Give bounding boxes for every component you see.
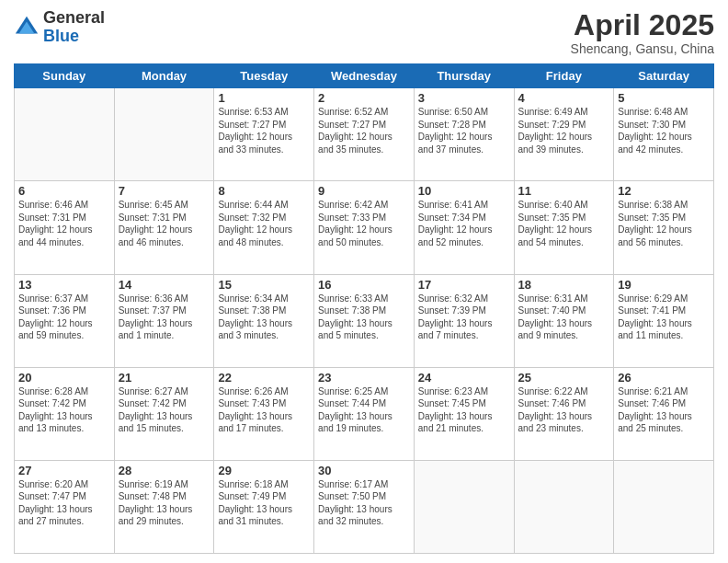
calendar-cell: 11Sunrise: 6:40 AM Sunset: 7:35 PM Dayli… [514,181,614,274]
weekday-header-sunday: Sunday [15,64,115,88]
weekday-header-monday: Monday [114,64,214,88]
day-number: 21 [119,371,210,385]
day-number: 30 [318,464,410,477]
day-number: 5 [618,91,710,105]
day-number: 3 [418,91,510,105]
calendar-cell [15,88,115,181]
day-number: 14 [119,278,210,292]
calendar-cell: 8Sunrise: 6:44 AM Sunset: 7:32 PM Daylig… [214,181,314,274]
week-row-3: 13Sunrise: 6:37 AM Sunset: 7:36 PM Dayli… [15,274,714,367]
day-number: 26 [618,371,710,385]
day-number: 28 [119,464,210,477]
cell-info: Sunrise: 6:40 AM Sunset: 7:35 PM Dayligh… [518,199,610,248]
cell-info: Sunrise: 6:52 AM Sunset: 7:27 PM Dayligh… [318,106,410,155]
calendar-cell: 30Sunrise: 6:17 AM Sunset: 7:50 PM Dayli… [314,460,415,553]
cell-info: Sunrise: 6:25 AM Sunset: 7:44 PM Dayligh… [318,385,410,435]
weekday-header-wednesday: Wednesday [314,64,415,88]
cell-info: Sunrise: 6:18 AM Sunset: 7:49 PM Dayligh… [218,478,310,528]
day-number: 4 [518,91,610,105]
header: General Blue April 2025 Shencang, Gansu,… [14,9,714,56]
cell-info: Sunrise: 6:49 AM Sunset: 7:29 PM Dayligh… [518,106,610,155]
calendar-cell: 7Sunrise: 6:45 AM Sunset: 7:31 PM Daylig… [114,181,214,274]
calendar-cell [514,460,614,553]
calendar-cell [114,88,214,181]
cell-info: Sunrise: 6:36 AM Sunset: 7:37 PM Dayligh… [119,293,210,342]
day-number: 12 [618,184,710,198]
day-number: 27 [18,464,110,477]
week-row-1: 1Sunrise: 6:53 AM Sunset: 7:27 PM Daylig… [15,88,714,181]
day-number: 19 [618,278,710,292]
day-number: 11 [518,184,610,198]
day-number: 8 [218,184,310,198]
day-number: 1 [218,91,310,105]
cell-info: Sunrise: 6:37 AM Sunset: 7:36 PM Dayligh… [18,293,110,342]
day-number: 9 [318,184,410,198]
day-number: 18 [518,278,610,292]
calendar-cell: 24Sunrise: 6:23 AM Sunset: 7:45 PM Dayli… [414,367,514,460]
day-number: 7 [119,184,210,198]
calendar-cell: 14Sunrise: 6:36 AM Sunset: 7:37 PM Dayli… [114,274,214,367]
day-number: 16 [318,278,410,292]
cell-info: Sunrise: 6:21 AM Sunset: 7:46 PM Dayligh… [618,385,710,435]
calendar-cell: 22Sunrise: 6:26 AM Sunset: 7:43 PM Dayli… [214,367,314,460]
day-number: 10 [418,184,510,198]
calendar-cell: 23Sunrise: 6:25 AM Sunset: 7:44 PM Dayli… [314,367,415,460]
cell-info: Sunrise: 6:48 AM Sunset: 7:30 PM Dayligh… [618,106,710,155]
cell-info: Sunrise: 6:32 AM Sunset: 7:39 PM Dayligh… [418,293,510,342]
calendar-cell: 26Sunrise: 6:21 AM Sunset: 7:46 PM Dayli… [614,367,714,460]
cell-info: Sunrise: 6:34 AM Sunset: 7:38 PM Dayligh… [218,293,310,342]
cell-info: Sunrise: 6:19 AM Sunset: 7:48 PM Dayligh… [119,478,210,528]
cell-info: Sunrise: 6:27 AM Sunset: 7:42 PM Dayligh… [119,385,210,435]
cell-info: Sunrise: 6:26 AM Sunset: 7:43 PM Dayligh… [218,385,310,435]
day-number: 22 [218,371,310,385]
logo-blue-text: Blue [43,27,79,45]
cell-info: Sunrise: 6:38 AM Sunset: 7:35 PM Dayligh… [618,199,710,248]
calendar-cell: 19Sunrise: 6:29 AM Sunset: 7:41 PM Dayli… [614,274,714,367]
logo-text: General Blue [43,9,105,46]
cell-info: Sunrise: 6:33 AM Sunset: 7:38 PM Dayligh… [318,293,410,342]
cell-info: Sunrise: 6:20 AM Sunset: 7:47 PM Dayligh… [18,478,110,528]
day-number: 15 [218,278,310,292]
cell-info: Sunrise: 6:29 AM Sunset: 7:41 PM Dayligh… [618,293,710,342]
calendar-cell: 5Sunrise: 6:48 AM Sunset: 7:30 PM Daylig… [614,88,714,181]
weekday-header-saturday: Saturday [614,64,714,88]
cell-info: Sunrise: 6:42 AM Sunset: 7:33 PM Dayligh… [318,199,410,248]
day-number: 20 [18,371,110,385]
day-number: 6 [18,184,110,198]
day-number: 23 [318,371,410,385]
calendar-cell: 29Sunrise: 6:18 AM Sunset: 7:49 PM Dayli… [214,460,314,553]
calendar-cell: 18Sunrise: 6:31 AM Sunset: 7:40 PM Dayli… [514,274,614,367]
weekday-header-tuesday: Tuesday [214,64,314,88]
calendar-cell: 13Sunrise: 6:37 AM Sunset: 7:36 PM Dayli… [15,274,115,367]
week-row-5: 27Sunrise: 6:20 AM Sunset: 7:47 PM Dayli… [15,460,714,553]
calendar-cell: 10Sunrise: 6:41 AM Sunset: 7:34 PM Dayli… [414,181,514,274]
day-number: 29 [218,464,310,477]
day-number: 25 [518,371,610,385]
title-area: April 2025 Shencang, Gansu, China [571,9,714,56]
weekday-header-thursday: Thursday [414,64,514,88]
calendar-cell: 16Sunrise: 6:33 AM Sunset: 7:38 PM Dayli… [314,274,415,367]
calendar-cell: 17Sunrise: 6:32 AM Sunset: 7:39 PM Dayli… [414,274,514,367]
weekday-header-row: SundayMondayTuesdayWednesdayThursdayFrid… [15,64,714,88]
cell-info: Sunrise: 6:31 AM Sunset: 7:40 PM Dayligh… [518,293,610,342]
calendar-cell: 4Sunrise: 6:49 AM Sunset: 7:29 PM Daylig… [514,88,614,181]
month-title: April 2025 [571,9,714,41]
calendar-cell: 3Sunrise: 6:50 AM Sunset: 7:28 PM Daylig… [414,88,514,181]
cell-info: Sunrise: 6:50 AM Sunset: 7:28 PM Dayligh… [418,106,510,155]
logo-general-text: General [43,8,105,27]
calendar-cell: 27Sunrise: 6:20 AM Sunset: 7:47 PM Dayli… [15,460,115,553]
calendar-cell: 15Sunrise: 6:34 AM Sunset: 7:38 PM Dayli… [214,274,314,367]
day-number: 24 [418,371,510,385]
week-row-2: 6Sunrise: 6:46 AM Sunset: 7:31 PM Daylig… [15,181,714,274]
calendar-cell [414,460,514,553]
cell-info: Sunrise: 6:23 AM Sunset: 7:45 PM Dayligh… [418,385,510,435]
week-row-4: 20Sunrise: 6:28 AM Sunset: 7:42 PM Dayli… [15,367,714,460]
calendar-cell: 20Sunrise: 6:28 AM Sunset: 7:42 PM Dayli… [15,367,115,460]
calendar-cell: 6Sunrise: 6:46 AM Sunset: 7:31 PM Daylig… [15,181,115,274]
cell-info: Sunrise: 6:45 AM Sunset: 7:31 PM Dayligh… [119,199,210,248]
cell-info: Sunrise: 6:28 AM Sunset: 7:42 PM Dayligh… [18,385,110,435]
day-number: 17 [418,278,510,292]
calendar-cell [614,460,714,553]
logo: General Blue [14,9,105,46]
calendar-cell: 25Sunrise: 6:22 AM Sunset: 7:46 PM Dayli… [514,367,614,460]
